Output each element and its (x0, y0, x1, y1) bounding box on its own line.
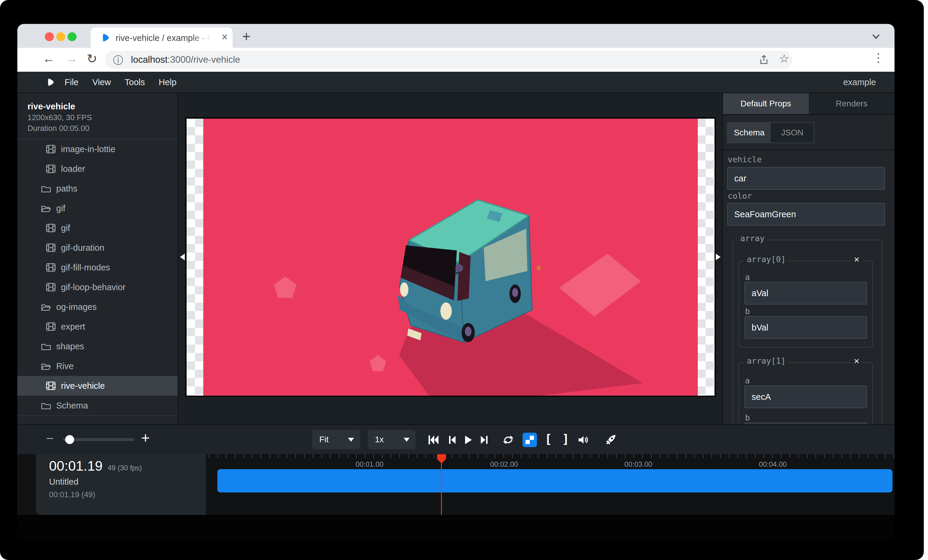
menu-help[interactable]: Help (159, 78, 177, 87)
chevron-down-icon[interactable] (871, 31, 881, 42)
playhead-marker[interactable] (437, 454, 446, 459)
loop-toggle[interactable] (502, 434, 514, 446)
browser-toolbar: ← → ↻ ⓘ localhost:3000/rive-vehicle ☆ ⋮ (17, 48, 894, 72)
film-icon (46, 282, 56, 292)
zoom-in-button[interactable]: + (141, 429, 150, 446)
fit-dropdown[interactable]: Fit (312, 430, 360, 449)
sidebar-item-shapes[interactable]: shapes (17, 336, 178, 356)
sidebar-item-og-images[interactable]: og-images (17, 297, 178, 317)
transparency-checkerboard-toggle[interactable] (523, 433, 537, 447)
array-legend: array (737, 234, 768, 243)
timeline-track-bar[interactable] (217, 469, 893, 493)
collapse-sidebar-icon[interactable] (180, 254, 185, 260)
sidebar-item-paths[interactable]: paths (17, 179, 178, 198)
sidebar-item-Rive[interactable]: Rive (17, 356, 178, 376)
array-0-remove-icon[interactable]: × (852, 254, 862, 265)
film-icon (46, 262, 56, 273)
folder-open-icon (41, 301, 52, 312)
close-window-button[interactable] (45, 32, 54, 41)
sidebar-item-image-in-lottie[interactable]: image-in-lottie (17, 139, 178, 159)
array-0-a-input[interactable] (745, 282, 867, 304)
next-frame-button[interactable] (478, 434, 490, 446)
menu-view[interactable]: View (92, 78, 111, 87)
array-0-b-input[interactable] (745, 316, 867, 339)
sidebar-item-label: paths (56, 184, 78, 194)
zoom-window-button[interactable] (67, 32, 76, 41)
app-menubar: File View Tools Help example (17, 72, 894, 93)
sidebar-item-gif-loop-behavior[interactable]: gif-loop-behavior (17, 277, 178, 297)
set-out-point-button[interactable]: ] (562, 432, 569, 446)
collapse-panel-icon[interactable] (716, 254, 720, 260)
browser-tab[interactable]: rive-vehicle / example - Remoti × (91, 27, 233, 48)
remotion-logo-icon[interactable] (46, 78, 56, 87)
play-button[interactable] (462, 434, 473, 446)
project-duration: Duration 00:05.00 (27, 124, 89, 133)
props-panel: Default Props Renders Schema JSON vehicl… (722, 93, 894, 425)
skip-to-start-button[interactable] (427, 434, 440, 446)
sidebar-item-Schema[interactable]: Schema (17, 396, 178, 415)
sidebar-item-gif[interactable]: gif (17, 218, 178, 238)
playback-speed-dropdown[interactable]: 1x (368, 430, 415, 449)
set-in-point-button[interactable]: [ (545, 432, 552, 446)
site-info-icon[interactable]: ⓘ (113, 53, 123, 67)
menu-file[interactable]: File (64, 78, 79, 87)
previous-frame-button[interactable] (446, 434, 458, 446)
zoom-out-button[interactable]: − (46, 431, 54, 446)
tab-default-props[interactable]: Default Props (723, 93, 809, 114)
rhombus-shape-right (559, 254, 641, 317)
url-host: localhost (131, 55, 168, 65)
track-duration: 00:01.19 (49) (49, 490, 95, 499)
sidebar-item-gif-duration[interactable]: gif-duration (17, 238, 178, 257)
browser-menu-icon[interactable]: ⋮ (872, 51, 884, 65)
film-icon (46, 144, 56, 155)
ruler-label: 00:03.00 (624, 460, 652, 469)
field-label-vehicle: vehicle (728, 155, 762, 164)
film-icon (46, 321, 56, 332)
fast-refresh-rocket-icon[interactable] (604, 434, 617, 446)
film-icon (46, 163, 56, 174)
current-timecode: 00:01.19 (49, 458, 102, 474)
sidebar-item-rive-vehicle[interactable]: rive-vehicle (17, 376, 178, 396)
array-1-remove-icon[interactable]: × (852, 356, 862, 366)
pentagon-shape-left (274, 276, 296, 298)
share-icon[interactable] (758, 54, 769, 65)
new-tab-button[interactable]: + (242, 28, 250, 44)
timeline-ruler[interactable] (209, 454, 894, 458)
menu-tools[interactable]: Tools (125, 78, 145, 87)
tab-renders[interactable]: Renders (809, 93, 894, 114)
playback-toolbar: − + Fit 1x (17, 425, 894, 455)
timeline-track-area[interactable]: 00:01.0000:02.0000:03.0000:04.00 (209, 454, 894, 515)
tab-close-icon[interactable]: × (221, 31, 228, 43)
array-1-a-input[interactable] (745, 385, 867, 408)
volume-button[interactable] (577, 434, 589, 446)
film-icon (46, 380, 56, 391)
back-button[interactable]: ← (43, 52, 55, 66)
speed-dropdown-value: 1x (375, 435, 384, 444)
bookmark-star-icon[interactable]: ☆ (779, 52, 789, 65)
sidebar-item-gif-fill-modes[interactable]: gif-fill-modes (17, 257, 178, 277)
film-icon (46, 223, 56, 233)
sidebar-item-loader[interactable]: loader (17, 159, 178, 179)
orange-speck (537, 266, 541, 270)
ruler-label: 00:01.00 (356, 460, 383, 469)
caret-down-icon (348, 438, 354, 442)
reload-button[interactable]: ↻ (87, 52, 97, 66)
zoom-slider-thumb[interactable] (65, 435, 74, 444)
minimize-window-button[interactable] (56, 32, 65, 41)
track-name[interactable]: Untitled (49, 477, 78, 487)
color-input[interactable] (727, 203, 885, 225)
sidebar-item-expert[interactable]: expert (17, 317, 178, 336)
forward-button[interactable]: → (65, 52, 78, 66)
project-badge: example (843, 78, 876, 87)
sidebar-item-gif[interactable]: gif (17, 198, 178, 218)
tab-json[interactable]: JSON (771, 123, 814, 143)
browser-window: rive-vehicle / example - Remoti × + ← → … (17, 24, 894, 540)
composition-viewport (186, 119, 714, 396)
vehicle-input[interactable] (727, 167, 885, 190)
address-bar[interactable]: ⓘ localhost:3000/rive-vehicle ☆ (105, 51, 792, 69)
folder-closed-icon (41, 341, 52, 352)
timeline-info-panel: 00:01.19 49 (30 fps) Untitled 00:01.19 (… (36, 454, 206, 515)
array-0-legend: array[0] (744, 255, 789, 264)
tab-schema[interactable]: Schema (728, 123, 771, 143)
folder-closed-icon (41, 183, 52, 194)
